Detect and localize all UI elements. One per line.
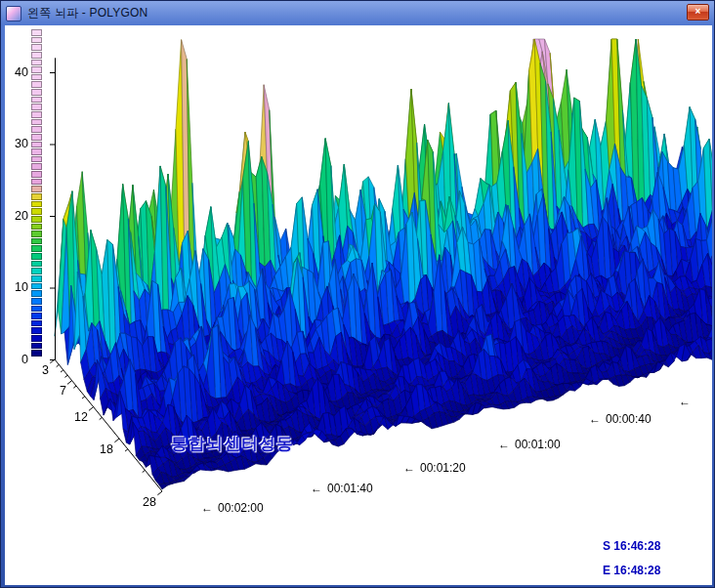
legend-segment bbox=[31, 66, 42, 73]
legend-segment bbox=[31, 156, 42, 163]
color-scale-legend bbox=[31, 29, 42, 357]
time-tick: ←00:01:40 bbox=[311, 482, 373, 495]
left-arrow-icon: ← bbox=[403, 461, 415, 475]
legend-segment bbox=[31, 179, 42, 186]
legend-segment bbox=[31, 60, 42, 66]
legend-segment bbox=[31, 283, 42, 290]
close-button[interactable]: × bbox=[687, 4, 709, 21]
time-tick-label: 00:01:20 bbox=[420, 461, 466, 475]
amplitude-tick-label: 30 bbox=[7, 137, 28, 150]
legend-segment bbox=[31, 306, 42, 313]
legend-segment bbox=[31, 224, 42, 231]
chart-area: 40 30 20 10 0 3 7 12 18 28 ← ←00:00:40 ←… bbox=[5, 25, 712, 585]
titlebar[interactable]: 왼쪽 뇌파 - POLYGON × bbox=[6, 4, 709, 22]
watermark-text: 통합뇌센터성동 bbox=[171, 433, 294, 455]
legend-segment bbox=[31, 201, 42, 208]
time-tick: ←00:02:00 bbox=[201, 501, 264, 515]
time-tick: ←00:00:40 bbox=[589, 412, 652, 426]
end-time-label: E 16:48:28 bbox=[603, 564, 660, 577]
legend-segment bbox=[31, 335, 42, 342]
legend-segment bbox=[31, 298, 42, 305]
window-title: 왼쪽 뇌파 - POLYGON bbox=[27, 5, 147, 21]
frequency-tick-label: 18 bbox=[92, 442, 113, 456]
legend-segment bbox=[31, 119, 42, 126]
time-tick-edge: ← bbox=[679, 395, 695, 408]
waterfall-canvas bbox=[5, 25, 712, 585]
legend-segment bbox=[31, 44, 42, 51]
legend-segment bbox=[31, 186, 42, 192]
amplitude-tick-label: 40 bbox=[7, 65, 28, 79]
legend-segment bbox=[31, 290, 42, 297]
legend-segment bbox=[31, 134, 42, 141]
legend-segment bbox=[31, 238, 42, 245]
amplitude-tick-label: 10 bbox=[7, 280, 28, 294]
legend-segment bbox=[31, 343, 42, 350]
legend-segment bbox=[31, 193, 42, 200]
legend-segment bbox=[31, 253, 42, 260]
legend-segment bbox=[31, 245, 42, 252]
left-arrow-icon: ← bbox=[679, 395, 691, 408]
time-tick-label: 00:00:40 bbox=[606, 412, 652, 426]
left-arrow-icon: ← bbox=[498, 438, 510, 451]
window-icon bbox=[6, 6, 21, 21]
legend-segment bbox=[31, 111, 42, 118]
legend-segment bbox=[31, 148, 42, 155]
time-tick-label: 00:01:00 bbox=[515, 438, 561, 451]
legend-segment bbox=[31, 216, 42, 223]
legend-segment bbox=[31, 81, 42, 88]
legend-segment bbox=[31, 37, 42, 44]
legend-segment bbox=[31, 327, 42, 334]
legend-segment bbox=[31, 97, 42, 104]
frequency-tick-label: 7 bbox=[45, 384, 66, 398]
start-time-label: S 16:46:28 bbox=[603, 539, 660, 553]
amplitude-tick-label: 20 bbox=[7, 209, 28, 223]
legend-segment bbox=[31, 231, 42, 237]
amplitude-tick-label: 0 bbox=[7, 353, 28, 366]
frequency-tick-label: 3 bbox=[27, 363, 49, 377]
frequency-tick-label: 28 bbox=[135, 495, 156, 509]
legend-segment bbox=[31, 89, 42, 96]
time-tick: ←00:01:00 bbox=[498, 438, 561, 451]
legend-segment bbox=[31, 52, 42, 59]
legend-segment bbox=[31, 350, 42, 357]
window: 왼쪽 뇌파 - POLYGON × 40 30 20 10 0 3 7 12 1… bbox=[0, 0, 715, 588]
legend-segment bbox=[31, 74, 42, 81]
legend-segment bbox=[31, 171, 42, 178]
frequency-tick-label: 12 bbox=[66, 410, 88, 424]
legend-segment bbox=[31, 29, 42, 36]
legend-segment bbox=[31, 313, 42, 319]
legend-segment bbox=[31, 142, 42, 148]
left-arrow-icon: ← bbox=[201, 501, 213, 515]
legend-segment bbox=[31, 261, 42, 268]
left-arrow-icon: ← bbox=[589, 412, 601, 426]
time-tick-label: 00:01:40 bbox=[327, 482, 373, 495]
legend-segment bbox=[31, 126, 42, 133]
time-tick: ←00:01:20 bbox=[403, 461, 466, 475]
legend-segment bbox=[31, 268, 42, 274]
legend-segment bbox=[31, 320, 42, 327]
left-arrow-icon: ← bbox=[311, 482, 322, 495]
legend-segment bbox=[31, 163, 42, 170]
close-icon: × bbox=[695, 6, 701, 17]
legend-segment bbox=[31, 104, 42, 110]
legend-segment bbox=[31, 208, 42, 215]
legend-segment bbox=[31, 275, 42, 282]
time-tick-label: 00:02:00 bbox=[218, 501, 264, 515]
